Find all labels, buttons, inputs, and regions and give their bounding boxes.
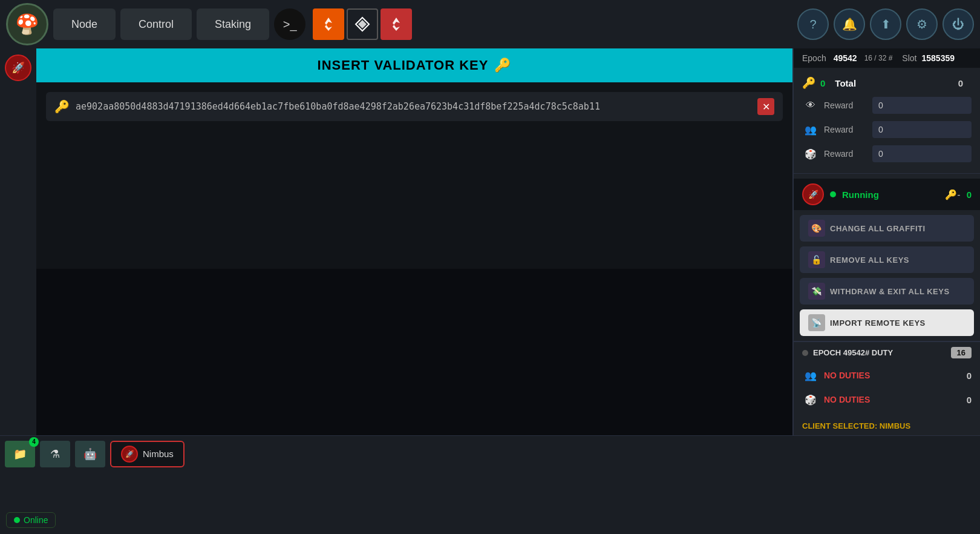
terminal-icon: >_: [283, 18, 297, 31]
slot-label: Slot: [902, 53, 916, 63]
flame-icon: [320, 16, 337, 33]
bell-icon: 🔔: [842, 17, 857, 31]
withdraw-exit-button[interactable]: 💸 WITHDRAW & EXIT ALL KEYS: [800, 278, 974, 305]
logo[interactable]: 🍄: [6, 3, 48, 45]
online-label: Online: [24, 515, 48, 525]
nimbus-tab[interactable]: 🚀 Nimbus: [110, 441, 185, 467]
no-duties-value-2: 0: [967, 395, 972, 405]
reward-label-2: Reward: [824, 125, 867, 134]
close-icon: ✕: [762, 101, 770, 113]
remove-keys-icon: 🔓: [808, 251, 825, 268]
network-icons: [313, 8, 412, 40]
eye-icon: 👁: [802, 97, 819, 114]
import-remote-keys-button[interactable]: 📡 IMPORT REMOTE KEYS: [800, 309, 974, 336]
insert-key-title: INSERT VALIDATOR KEY: [318, 58, 489, 73]
import-label: IMPORT REMOTE KEYS: [830, 318, 926, 328]
epoch-label: Epoch: [802, 53, 826, 63]
no-duties-value-1: 0: [967, 371, 972, 381]
withdraw-icon: 💸: [808, 283, 825, 300]
epoch-bar: Epoch 49542 16 / 32 # Slot 1585359: [794, 48, 980, 68]
staking-button[interactable]: Staking: [197, 8, 269, 40]
diamond-icon: [354, 16, 371, 33]
withdraw-label: WITHDRAW & EXIT ALL KEYS: [830, 287, 950, 296]
total-label: Total: [835, 78, 856, 88]
action-buttons: 🎨 CHANGE ALL GRAFFITI 🔓 REMOVE ALL KEYS …: [794, 210, 980, 341]
upload-icon: ⬆: [881, 17, 891, 31]
epoch-duty-num: 16: [951, 347, 972, 358]
filter-icon: ⚗: [50, 447, 60, 461]
gear-icon: ⚙: [916, 17, 927, 31]
control-button[interactable]: Control: [120, 8, 192, 40]
main-content: 🚀 INSERT VALIDATOR KEY 🔑 🔑 ae902aa8050d4…: [0, 48, 980, 435]
cube-icon: 🎲: [802, 145, 819, 162]
change-graffiti-label: CHANGE ALL GRAFFITI: [830, 224, 926, 233]
bottom-bar: 📁 4 ⚗ 🤖 🚀 Nimbus: [0, 435, 980, 472]
client-selected-label: CLIENT SELECTED:: [802, 421, 877, 430]
epoch-value: 49542: [834, 53, 857, 63]
reward-label-1: Reward: [824, 101, 867, 110]
fire-icon: [388, 16, 405, 33]
question-icon: ?: [809, 18, 816, 31]
terminal-tool-icon: 📁: [13, 447, 27, 461]
node-button[interactable]: Node: [53, 8, 116, 40]
svg-marker-0: [325, 18, 332, 31]
reward-value-1: 0: [872, 97, 972, 114]
import-icon: 📡: [808, 314, 825, 331]
key-count-zero: 0: [820, 78, 825, 88]
running-zero: 0: [967, 190, 972, 200]
network-icon-3[interactable]: [381, 8, 412, 40]
notification-button[interactable]: 🔔: [834, 8, 865, 40]
svg-marker-3: [393, 18, 400, 31]
stats-section: 🔑 0 Total 0 👁 Reward 0 👥 Reward 0 🎲 Rewa…: [794, 68, 980, 171]
nimbus-icon: 🚀: [125, 450, 134, 458]
sidebar-validator-icon[interactable]: 🚀: [5, 54, 31, 81]
total-value: 0: [958, 78, 963, 88]
nimbus-label: Nimbus: [143, 449, 174, 459]
filter-tool-button[interactable]: ⚗: [40, 441, 70, 467]
key-input-row: 🔑 ae902aa8050d4883d47191386ed4d664eb1ac7…: [46, 92, 783, 121]
network-icon-1[interactable]: [313, 8, 344, 40]
remove-keys-button[interactable]: 🔓 REMOVE ALL KEYS: [800, 246, 974, 273]
running-avatar-icon: 🚀: [808, 190, 818, 199]
key-input-area: 🔑 ae902aa8050d4883d47191386ed4d664eb1ac7…: [36, 82, 792, 269]
mushroom-icon: 🍄: [15, 13, 39, 36]
terminal-button[interactable]: >_: [274, 8, 305, 40]
reward-row-3: 🎲 Reward 0: [794, 142, 980, 166]
reward-row-1: 👁 Reward 0: [794, 93, 980, 117]
running-row: 🚀 Running 🔑- 0: [794, 179, 980, 210]
running-label: Running: [842, 190, 879, 200]
group-icon: 👥: [802, 121, 819, 138]
epoch-duty-label: EPOCH 49542# DUTY: [813, 348, 946, 357]
key-empty-area: [36, 269, 792, 436]
upload-button[interactable]: ⬆: [870, 8, 901, 40]
change-graffiti-button[interactable]: 🎨 CHANGE ALL GRAFFITI: [800, 215, 974, 242]
duty-row-2: 🎲 NO DUTIES 0: [802, 387, 972, 412]
nimbus-tab-icon: 🚀: [121, 446, 138, 463]
key-close-button[interactable]: ✕: [757, 98, 774, 115]
epoch-duty-section: EPOCH 49542# DUTY 16 👥 NO DUTIES 0 🎲 NO …: [794, 341, 980, 417]
duty-icon-2: 🎲: [802, 391, 819, 408]
client-selected-value: NIMBUS: [880, 421, 910, 430]
logout-button[interactable]: ⏻: [942, 8, 974, 40]
running-avatar: 🚀: [802, 183, 824, 205]
epoch-duty-dot: [802, 350, 808, 356]
reward-value-3: 0: [872, 145, 972, 162]
running-key-icon: 🔑-: [945, 189, 960, 200]
remove-keys-label: REMOVE ALL KEYS: [830, 255, 909, 265]
right-panel: Epoch 49542 16 / 32 # Slot 1585359 🔑 0 T…: [792, 48, 980, 435]
left-sidebar: 🚀: [0, 48, 36, 435]
ai-icon: 🤖: [83, 447, 97, 461]
logout-icon: ⏻: [952, 18, 964, 31]
reward-value-2: 0: [872, 121, 972, 138]
network-icon-2[interactable]: [347, 8, 378, 40]
settings-button[interactable]: ⚙: [906, 8, 938, 40]
epoch-duty-header: EPOCH 49542# DUTY 16: [802, 347, 972, 358]
help-button[interactable]: ?: [797, 8, 829, 40]
terminal-badge-container: 📁 4: [5, 441, 35, 467]
key-input-value: ae902aa8050d4883d47191386ed4d664eb1ac7fb…: [76, 101, 751, 112]
center-panel: INSERT VALIDATOR KEY 🔑 🔑 ae902aa8050d488…: [36, 48, 792, 435]
divider-1: [794, 173, 980, 174]
ai-tool-button[interactable]: 🤖: [75, 441, 105, 467]
graffiti-icon: 🎨: [808, 220, 825, 237]
reward-row-2: 👥 Reward 0: [794, 117, 980, 142]
